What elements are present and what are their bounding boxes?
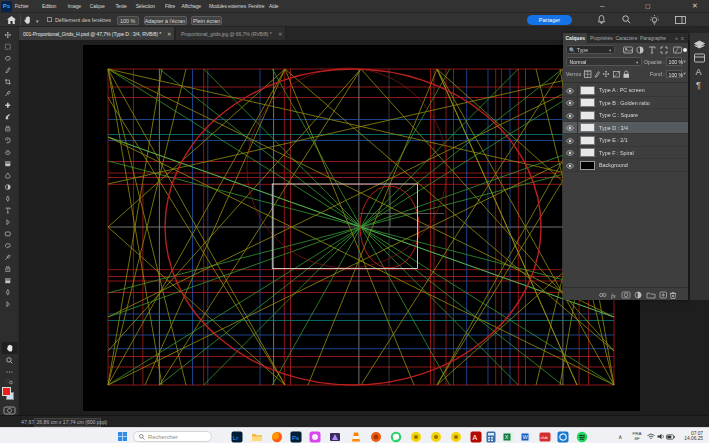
svg-text:¶: ¶ <box>696 80 701 90</box>
svg-text:W: W <box>522 434 528 440</box>
svg-text:A: A <box>473 434 478 441</box>
svg-text:club: club <box>541 435 549 440</box>
svg-text:fx: fx <box>611 292 616 299</box>
svg-text:A: A <box>696 67 702 77</box>
svg-text:Lr: Lr <box>233 435 238 441</box>
svg-text:X: X <box>505 434 509 440</box>
svg-text:Ps: Ps <box>292 435 299 441</box>
